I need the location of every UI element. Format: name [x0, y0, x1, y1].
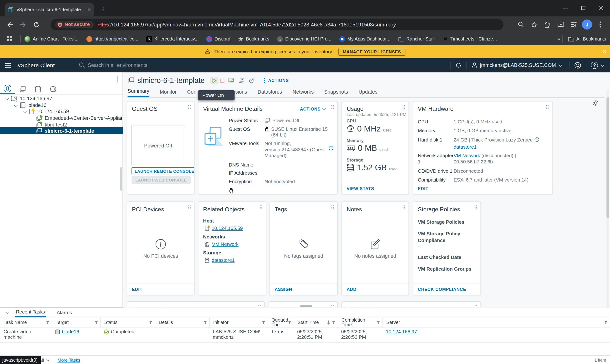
tab-recent-tasks[interactable]: Recent Tasks	[15, 307, 46, 317]
tab-datastores[interactable]: Datastores	[258, 89, 282, 97]
bookmark-star-icon[interactable]	[528, 18, 541, 31]
col-details[interactable]: Details	[155, 317, 209, 327]
tree-item-datacenter[interactable]: blade16	[14, 102, 46, 108]
banner-close-icon[interactable]: ✕	[603, 49, 607, 54]
actions-menu-button[interactable]: ACTIONS	[264, 78, 288, 83]
filter-icon[interactable]	[288, 321, 291, 324]
edit-pci-link[interactable]: EDIT	[127, 284, 194, 295]
profile-avatar[interactable]: J	[581, 18, 594, 31]
tab-networking-icon[interactable]	[46, 84, 61, 94]
drag-handle-icon[interactable]	[331, 205, 334, 210]
filter-icon[interactable]	[149, 321, 153, 324]
col-completion-time[interactable]: Completion Time	[338, 317, 382, 327]
power-off-icon[interactable]	[218, 77, 226, 84]
drag-handle-icon[interactable]	[258, 305, 261, 307]
chevron-down-icon[interactable]	[5, 97, 9, 101]
not-secure-badge[interactable]: Not secure	[55, 21, 94, 28]
tab-summary[interactable]: Summary	[128, 88, 149, 97]
tab-networks[interactable]: Networks	[293, 89, 313, 97]
related-datastore-link[interactable]: datastore1	[212, 258, 234, 263]
back-icon[interactable]	[3, 18, 16, 31]
tab-hosts-clusters-icon[interactable]	[0, 84, 15, 94]
filter-icon[interactable]	[204, 321, 207, 324]
check-compliance-link[interactable]: CHECK COMPLIANCE	[413, 284, 480, 295]
datastore1-link[interactable]: datastore1	[454, 144, 477, 150]
browser-tab[interactable]: vSphere - slmicro-6-1-template ✕	[5, 3, 94, 16]
tab-storage-icon[interactable]	[30, 84, 46, 94]
drag-handle-icon[interactable]	[331, 104, 334, 109]
server-link[interactable]: 10.124.166.97	[386, 329, 417, 335]
bookmark-projectcalico[interactable]: https://projectcalico...	[86, 36, 138, 42]
tab-close-icon[interactable]: ✕	[87, 7, 91, 13]
related-host-link[interactable]: 10.124.165.59	[212, 226, 243, 231]
chevron-down-icon[interactable]	[23, 110, 27, 113]
side-panel-icon[interactable]	[554, 18, 567, 31]
help-icon[interactable]: ?	[591, 62, 598, 69]
forward-icon[interactable]	[16, 18, 30, 31]
view-stats-link[interactable]: VIEW STATS	[342, 183, 408, 194]
tree-item-vm-vcsa[interactable]: Embedded-vCenter-Server-Appliance	[36, 115, 129, 121]
launch-web-console-button[interactable]: LAUNCH WEB CONSOLE	[131, 176, 191, 184]
browser-menu-icon[interactable]	[594, 18, 607, 31]
info-icon[interactable]	[534, 137, 539, 142]
all-bookmarks-folder[interactable]: All Bookmarks	[568, 36, 606, 42]
more-tasks-link[interactable]: More Tasks	[57, 358, 80, 363]
bookmark-rancher-stuff[interactable]: Rancher Stuff	[398, 36, 435, 42]
target-link[interactable]: blade16	[62, 329, 79, 335]
tab-monitor[interactable]: Monitor	[160, 89, 177, 97]
bookmarks-overflow-icon[interactable]: »	[557, 36, 560, 42]
open-remote-console-icon[interactable]	[226, 77, 236, 85]
collapse-panel-icon[interactable]	[6, 310, 10, 314]
bookmark-anime-chart[interactable]: Anime Chart - Televi...	[25, 36, 79, 42]
filter-icon[interactable]	[262, 321, 265, 324]
bookmark-discord[interactable]: Discord	[206, 36, 230, 42]
tab-vms-templates-icon[interactable]	[15, 84, 30, 94]
window-close-button[interactable]	[592, 0, 610, 15]
related-network-link[interactable]: VM Network	[212, 242, 238, 247]
collapse-sidebar-icon[interactable]	[117, 76, 120, 82]
col-server[interactable]: Server	[382, 317, 610, 327]
drag-handle-icon[interactable]	[188, 205, 191, 210]
filter-icon[interactable]	[376, 321, 380, 324]
drag-handle-icon[interactable]	[260, 205, 263, 210]
col-target[interactable]: Target	[52, 317, 100, 327]
console-preview[interactable]: Powered Off	[131, 126, 185, 165]
global-search-input[interactable]: Search in all environments	[79, 62, 147, 68]
launch-remote-console-button[interactable]: LAUNCH REMOTE CONSOLE	[131, 167, 195, 175]
tab-updates[interactable]: Updates	[359, 89, 377, 97]
drag-handle-icon[interactable]	[331, 305, 334, 307]
col-task-name[interactable]: Task Name	[0, 317, 52, 327]
info-icon[interactable]	[329, 146, 334, 151]
user-menu[interactable]: jmmckenz@LAB-525.SUSE.COM	[480, 62, 556, 68]
filter-icon[interactable]	[604, 321, 608, 324]
drag-handle-icon[interactable]	[474, 305, 477, 307]
media-controls-icon[interactable]	[567, 18, 581, 31]
refresh-icon[interactable]	[455, 62, 462, 69]
filter-icon[interactable]	[46, 321, 50, 324]
window-minimize-button[interactable]	[556, 0, 574, 15]
gear-icon[interactable]	[592, 100, 599, 106]
new-tab-button[interactable]: +	[98, 5, 108, 14]
drag-handle-icon[interactable]	[546, 104, 549, 109]
drag-handle-icon[interactable]	[402, 104, 405, 109]
col-initiator[interactable]: Initiator	[209, 317, 268, 327]
snapshots-icon[interactable]	[247, 77, 256, 85]
hamburger-menu-icon[interactable]	[5, 63, 11, 68]
tab-snapshots[interactable]: Snapshots	[324, 89, 348, 97]
address-bar[interactable]: Not secure https://10.124.166.97/ui/app/…	[51, 19, 503, 30]
assign-tag-link[interactable]: ASSIGN	[270, 284, 337, 295]
drag-handle-icon[interactable]	[188, 104, 191, 109]
apps-grid-icon[interactable]	[3, 32, 16, 46]
bookmark-my-apps[interactable]: My Apps Dashboar...	[339, 36, 390, 42]
content-scrollbar-thumb[interactable]	[606, 97, 609, 218]
drag-handle-icon[interactable]	[474, 205, 477, 210]
col-queued-for[interactable]: Queued For	[268, 317, 294, 327]
bookmark-timesheets[interactable]: Timesheets - Clarize...	[442, 36, 497, 42]
sidebar-scrollbar-thumb[interactable]	[120, 167, 122, 191]
sort-filter[interactable]	[327, 320, 335, 325]
power-on-icon[interactable]	[210, 77, 218, 84]
tab-alarms[interactable]: Alarms	[56, 308, 73, 317]
scrollbar-thumb[interactable]	[300, 305, 312, 307]
migrate-icon[interactable]	[237, 77, 247, 85]
content-scrollbar-track[interactable]	[606, 90, 609, 307]
